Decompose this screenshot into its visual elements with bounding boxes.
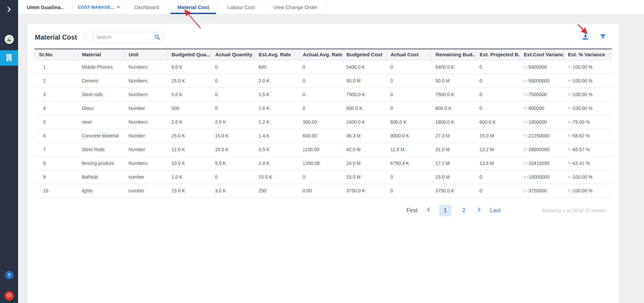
column-header-actual-cost[interactable]: ↑↓Actual Cost bbox=[386, 49, 431, 60]
cell-actual-quantity: 15.0 K bbox=[211, 129, 255, 142]
cell-actual-quantity: 3.0 K bbox=[211, 184, 255, 197]
pagination-page-2[interactable]: 2 bbox=[460, 205, 468, 216]
sort-arrows-icon[interactable]: ↑↓ bbox=[293, 52, 297, 56]
photo-icon bbox=[6, 35, 13, 44]
cell-sr-no: 4 bbox=[35, 101, 78, 115]
up-arrow-icon: ↑ bbox=[524, 92, 526, 97]
cell-material: Mobile Phones bbox=[78, 60, 124, 74]
cell-est-projected-b: 0 bbox=[476, 60, 520, 74]
logout-button[interactable] bbox=[5, 291, 14, 300]
project-avatar[interactable] bbox=[5, 35, 14, 44]
up-arrow-icon: ↑ bbox=[568, 161, 570, 166]
cost-management-menu[interactable]: COST MANAGE... bbox=[72, 0, 125, 14]
column-header-material[interactable]: ↑↓Material bbox=[78, 49, 124, 60]
table-header-row: ↑↓Sr.No.↑↓Material↑↓Unit↑↓Budgeted Qua..… bbox=[35, 49, 612, 60]
up-arrow-icon: ↑ bbox=[524, 147, 526, 152]
cell-budgeted-qua: 5.0 K bbox=[167, 87, 211, 101]
sort-arrows-icon[interactable]: ↑↓ bbox=[606, 52, 609, 56]
cell-actual-cost: 0 bbox=[386, 101, 431, 115]
variance-value: -28800000 bbox=[527, 147, 549, 152]
help-button[interactable]: ? bbox=[5, 271, 13, 279]
cell-budgeted-qua: 12.0 K bbox=[167, 142, 211, 156]
tab-material-cost[interactable]: Material Cost bbox=[168, 0, 218, 14]
sort-arrows-icon[interactable]: ↑↓ bbox=[426, 52, 429, 56]
cell-est-avg-rate: 600 bbox=[255, 60, 299, 74]
column-header-sr-no[interactable]: ↑↓Sr.No. bbox=[35, 49, 78, 60]
variance-value: -15000000 bbox=[527, 174, 549, 180]
search-icon[interactable] bbox=[154, 34, 161, 42]
column-header-unit[interactable]: ↑↓Unit bbox=[124, 49, 167, 60]
column-header-remaining-bud[interactable]: ↑↓Remaining Bud... bbox=[431, 49, 476, 60]
cell-unit: Number bbox=[124, 129, 167, 142]
cell-budgeted-cost: 7500.0 K bbox=[342, 87, 386, 101]
column-header-actual-avg-rate[interactable]: ↑↓Actual.Avg. Rate bbox=[299, 49, 342, 60]
cell-budgeted-cost: 2400.0 K bbox=[342, 115, 386, 129]
pagination-prev[interactable] bbox=[426, 207, 431, 214]
cost-management-menu-label: COST MANAGE... bbox=[78, 5, 114, 10]
tab-dashboard[interactable]: Dashboard bbox=[125, 0, 168, 14]
sidebar-item-company[interactable] bbox=[0, 50, 18, 66]
project-name[interactable]: Umm Guailina.. bbox=[18, 0, 72, 14]
cell-unit: Numbers bbox=[124, 87, 167, 101]
cell-unit: Numbers bbox=[124, 74, 167, 87]
pagination-next[interactable] bbox=[477, 207, 482, 214]
variance-value: -58.62 % bbox=[571, 133, 590, 138]
pagination: First 1 2 Last bbox=[407, 205, 501, 216]
tab-labour-cost[interactable]: Labour Cost bbox=[218, 0, 264, 14]
cell-actual-quantity: 10.0 K bbox=[211, 142, 255, 156]
column-label: Est.Avg. Rate bbox=[259, 52, 291, 57]
variance-value: -43.41 % bbox=[571, 161, 590, 166]
table-body: 1Mobile PhonesNumbers9.0 K060005400.0 K0… bbox=[35, 60, 612, 197]
sort-arrows-icon[interactable]: ↑↓ bbox=[119, 52, 122, 56]
cell-est-avg-rate: 2.0 K bbox=[255, 74, 299, 87]
cell-unit: Number bbox=[124, 142, 167, 156]
cell-est-variance: ↑-58.62 % bbox=[564, 129, 612, 142]
cell-actual-avg-rate: 0 bbox=[299, 170, 342, 184]
pagination-page-1[interactable]: 1 bbox=[439, 205, 451, 216]
pagination-first[interactable]: First bbox=[407, 207, 418, 214]
cell-actual-quantity: 5.0 K bbox=[211, 156, 255, 170]
cell-est-projected-b: 0 bbox=[476, 87, 520, 101]
cell-est-variance: ↑-100.00 % bbox=[564, 184, 612, 197]
column-label: Sr.No. bbox=[39, 52, 53, 57]
cell-actual-quantity: 0 bbox=[211, 74, 255, 87]
variance-value: -21250000 bbox=[527, 133, 549, 138]
column-header-actual-quantity[interactable]: ↑↓Actual Quantity bbox=[211, 49, 255, 60]
cell-actual-cost: 11.0 M bbox=[386, 142, 431, 156]
search-input[interactable] bbox=[92, 32, 164, 43]
download-button[interactable] bbox=[582, 33, 589, 42]
cell-budgeted-cost: 5400.0 K bbox=[342, 60, 386, 74]
variance-value: -68.57 % bbox=[571, 147, 590, 152]
sidebar-expand-button[interactable] bbox=[0, 0, 18, 20]
tab-view-change-order[interactable]: View Change Order bbox=[264, 0, 327, 14]
pagination-last[interactable]: Last bbox=[490, 207, 501, 214]
cell-est-variance: ↑-100.00 % bbox=[564, 101, 612, 115]
sort-arrows-icon[interactable]: ↑↓ bbox=[162, 52, 165, 56]
table-header: ↑↓Sr.No.↑↓Material↑↓Unit↑↓Budgeted Qua..… bbox=[35, 49, 612, 60]
cell-material: lights bbox=[78, 184, 124, 197]
column-header-est-variance[interactable]: ↑↓Est. % Variance bbox=[564, 49, 612, 60]
up-arrow-icon: ↑ bbox=[524, 78, 526, 83]
column-header-est-cost-variance[interactable]: ↑↓Est.Cost Variance bbox=[520, 49, 564, 60]
column-header-est-projected-b[interactable]: ↑↓Est. Projected B... bbox=[476, 49, 520, 60]
up-arrow-icon: ↑ bbox=[568, 64, 570, 70]
cell-sr-no: 1 bbox=[35, 60, 78, 74]
cell-est-cost-variance: ↑-1800000 bbox=[520, 115, 564, 129]
column-header-budgeted-cost[interactable]: ↑↓Budgeted Cost bbox=[342, 49, 386, 60]
material-cost-table: ↑↓Sr.No.↑↓Material↑↓Unit↑↓Budgeted Qua..… bbox=[35, 49, 612, 198]
building-icon bbox=[5, 53, 13, 63]
cell-remaining-bud: 50.0 M bbox=[431, 74, 476, 87]
column-header-est-avg-rate[interactable]: ↑↓Est.Avg. Rate bbox=[255, 49, 299, 60]
cell-actual-avg-rate: 600.00 bbox=[299, 129, 342, 142]
filter-button[interactable] bbox=[599, 33, 606, 42]
topbar: Umm Guailina.. COST MANAGE... Dashboard … bbox=[18, 0, 644, 14]
cell-remaining-bud: 800.0 K bbox=[431, 101, 476, 115]
cell-budgeted-cost: 36.3 M bbox=[342, 129, 386, 142]
cell-budgeted-cost: 50.0 M bbox=[342, 74, 386, 87]
up-arrow-icon: ↑ bbox=[568, 147, 570, 152]
column-header-budgeted-qua[interactable]: ↑↓Budgeted Qua... bbox=[167, 49, 211, 60]
variance-value: -3750000 bbox=[527, 188, 547, 193]
variance-value: -1800000 bbox=[527, 119, 547, 125]
variance-value: -100.00 % bbox=[571, 92, 593, 97]
sort-arrows-icon[interactable]: ↑↓ bbox=[72, 52, 75, 56]
